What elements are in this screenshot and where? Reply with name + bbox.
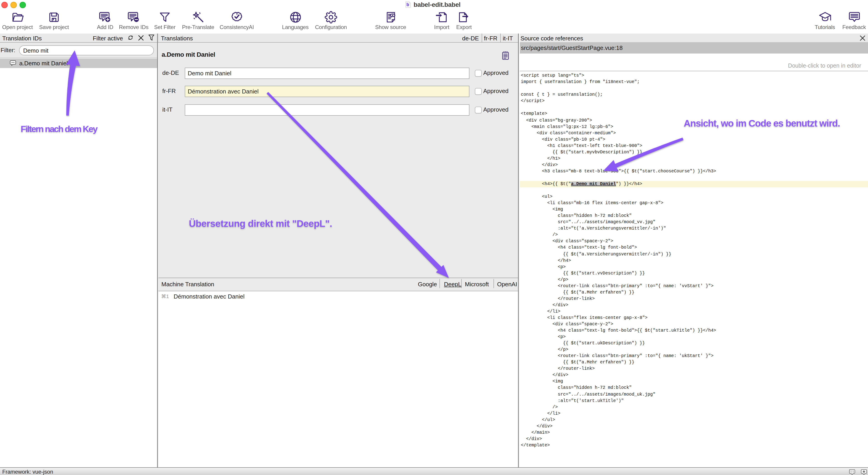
svg-text:b: b [406, 2, 409, 7]
